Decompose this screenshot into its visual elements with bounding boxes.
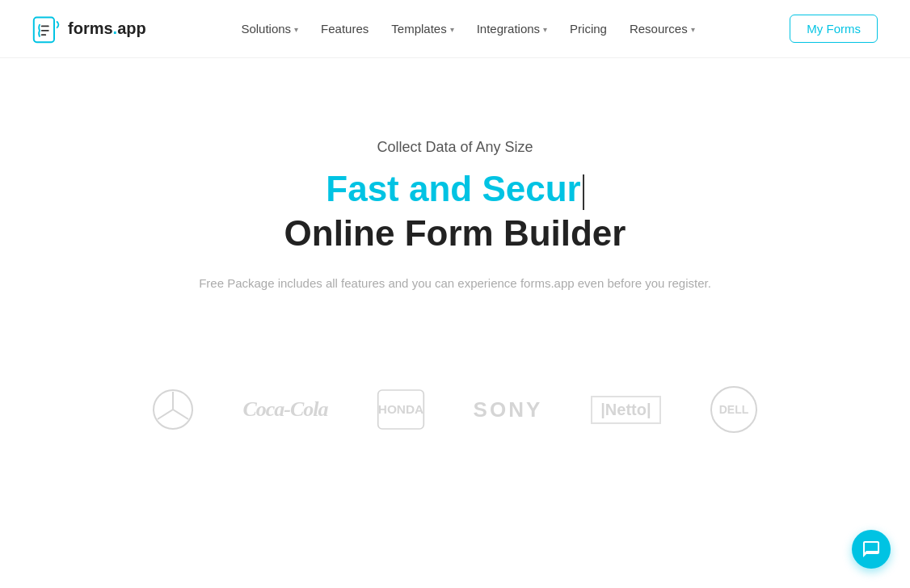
nav-links: Solutions ▾ Features Templates ▾ Integra… — [241, 22, 694, 36]
nav-templates[interactable]: Templates ▾ — [391, 22, 453, 36]
nav-integrations[interactable]: Integrations ▾ — [477, 22, 547, 36]
chevron-down-icon: ▾ — [294, 25, 298, 34]
chevron-down-icon: ▾ — [691, 25, 695, 34]
brands-section: Coca-Cola HONDA SONY |Netto| DELL — [0, 355, 910, 448]
brand-dell: DELL — [710, 387, 758, 432]
brand-mercedes — [152, 387, 194, 432]
logo-icon — [32, 15, 61, 44]
nav-resources[interactable]: Resources ▾ — [630, 22, 695, 36]
nav-solutions[interactable]: Solutions ▾ — [241, 22, 298, 36]
navbar: forms.app Solutions ▾ Features Templates… — [0, 0, 910, 58]
hero-description: Free Package includes all features and y… — [199, 276, 711, 290]
chevron-down-icon: ▾ — [543, 25, 547, 34]
hero-main-title: Online Form Builder — [284, 213, 626, 254]
hero-typed-title: Fast and Secur — [326, 169, 583, 210]
hero-section: Collect Data of Any Size Fast and Secur … — [0, 58, 910, 355]
cursor — [583, 174, 584, 210]
my-forms-button[interactable]: My Forms — [790, 15, 878, 43]
logo[interactable]: forms.app — [32, 15, 146, 44]
brand-honda: HONDA — [377, 387, 425, 432]
chevron-down-icon: ▾ — [450, 25, 454, 34]
brand-netto: |Netto| — [591, 387, 660, 432]
svg-text:DELL: DELL — [718, 403, 748, 416]
nav-pricing[interactable]: Pricing — [570, 22, 607, 36]
logo-text: forms.app — [68, 19, 146, 38]
svg-text:HONDA: HONDA — [377, 402, 423, 416]
nav-features[interactable]: Features — [321, 22, 369, 36]
hero-subtitle: Collect Data of Any Size — [377, 139, 533, 156]
brand-coca-cola: Coca-Cola — [242, 387, 327, 432]
brand-sony: SONY — [474, 387, 543, 432]
